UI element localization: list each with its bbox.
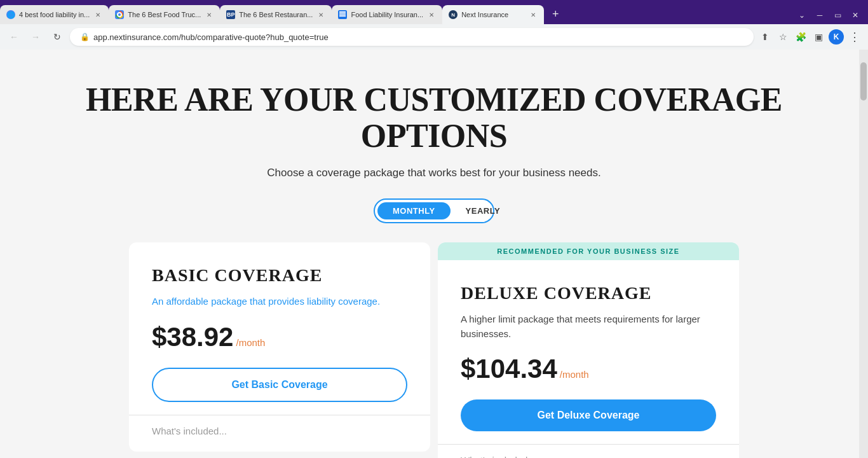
get-basic-coverage-button[interactable]: Get Basic Coverage [152, 368, 407, 402]
tab2-title: The 6 Best Food Truc... [128, 11, 201, 18]
new-tab-button[interactable]: + [546, 5, 564, 23]
share-icon[interactable]: ⬆ [757, 29, 773, 45]
address-field[interactable]: 🔒 app.nextinsurance.com/hub/comparative-… [70, 28, 754, 46]
basic-divider [129, 415, 430, 415]
tab4-title: Food Liability Insuran... [351, 11, 423, 18]
profile-avatar[interactable]: K [829, 29, 844, 45]
tab5-favicon: N [449, 10, 458, 19]
browser-chrome: 🌐 4 best food liability in... ✕ The 6 Be… [0, 0, 868, 50]
tab-3[interactable]: BP The 6 Best Restauran... ✕ [220, 5, 332, 24]
forward-button[interactable]: → [27, 28, 44, 46]
maximize-icon[interactable]: ▭ [830, 8, 845, 23]
basic-card-description: An affordable package that provides liab… [152, 295, 407, 309]
tab-5[interactable]: N Next Insurance ✕ [442, 5, 544, 24]
deluxe-price-period: /month [560, 369, 589, 380]
recommended-banner: RECOMMENDED FOR YOUR BUSINESS SIZE [438, 242, 739, 260]
tab2-favicon [115, 10, 124, 19]
svg-rect-4 [339, 15, 346, 17]
yearly-toggle-option[interactable]: YEARLY [451, 202, 516, 219]
basic-whats-included[interactable]: What's included... [152, 426, 407, 436]
basic-desc-plain: An affordable package that provides [152, 296, 307, 307]
basic-card-title: BASIC COVERAGE [152, 265, 407, 286]
window-actions: ⌄ ─ ▭ ✕ [794, 8, 868, 23]
deluxe-divider [438, 444, 739, 445]
page-title: HERE ARE YOUR CUSTOMIZED COVERAGE OPTION… [38, 81, 830, 154]
deluxe-card-description: A higher limit package that meets requir… [461, 312, 716, 341]
svg-rect-2 [339, 11, 346, 13]
split-view-icon[interactable]: ▣ [811, 29, 826, 45]
basic-desc-highlight: liability [307, 296, 336, 307]
svg-point-1 [118, 13, 121, 16]
address-actions: ⬆ ☆ 🧩 ▣ K ⋮ [757, 29, 863, 45]
scrollbar-thumb[interactable] [860, 62, 867, 101]
address-bar-row: ← → ↻ 🔒 app.nextinsurance.com/hub/compar… [0, 24, 868, 50]
bookmark-icon[interactable]: ☆ [775, 29, 790, 45]
tab-4[interactable]: Food Liability Insuran... ✕ [332, 5, 442, 24]
deluxe-whats-included[interactable]: What's included... [461, 455, 716, 458]
svg-rect-3 [339, 13, 346, 15]
browser-menu-icon[interactable]: ⋮ [846, 30, 863, 44]
deluxe-coverage-card: RECOMMENDED FOR YOUR BUSINESS SIZE DELUX… [438, 242, 739, 458]
tab1-favicon: 🌐 [6, 10, 15, 19]
lock-icon: 🔒 [80, 32, 90, 41]
tab-2[interactable]: The 6 Best Food Truc... ✕ [109, 5, 220, 24]
monthly-toggle-option[interactable]: MONTHLY [377, 202, 451, 219]
tab1-close-icon[interactable]: ✕ [93, 10, 102, 19]
basic-price-container: $38.92 /month [152, 322, 407, 352]
billing-toggle[interactable]: MONTHLY YEARLY [374, 198, 494, 223]
tab3-title: The 6 Best Restauran... [239, 11, 313, 18]
cards-container: BASIC COVERAGE An affordable package tha… [129, 242, 739, 458]
page-subtitle: Choose a coverage package that works bes… [267, 167, 600, 179]
deluxe-price-amount: $104.34 [461, 354, 557, 384]
tab2-close-icon[interactable]: ✕ [205, 10, 214, 19]
tab-bar: 🌐 4 best food liability in... ✕ The 6 Be… [0, 0, 868, 24]
minimize-icon[interactable]: ─ [812, 8, 827, 23]
basic-price-amount: $38.92 [152, 322, 233, 352]
tab4-close-icon[interactable]: ✕ [427, 10, 436, 19]
tab4-favicon [338, 10, 347, 19]
deluxe-card-title: DELUXE COVERAGE [461, 283, 716, 303]
page-content: HERE ARE YOUR CUSTOMIZED COVERAGE OPTION… [0, 50, 868, 458]
extensions-icon[interactable]: 🧩 [793, 29, 808, 45]
tab-1[interactable]: 🌐 4 best food liability in... ✕ [0, 5, 109, 24]
tab-list-icon[interactable]: ⌄ [794, 8, 810, 23]
tab5-close-icon[interactable]: ✕ [529, 10, 538, 19]
basic-desc-end: coverage. [336, 296, 380, 307]
close-window-icon[interactable]: ✕ [848, 8, 863, 23]
tab3-favicon: BP [226, 10, 235, 19]
url-text: app.nextinsurance.com/hub/comparative-qu… [93, 32, 329, 42]
page-scrollbar[interactable] [859, 50, 868, 458]
get-deluxe-coverage-button[interactable]: Get Deluxe Coverage [461, 399, 716, 431]
tab3-close-icon[interactable]: ✕ [316, 10, 325, 19]
reload-button[interactable]: ↻ [48, 28, 66, 46]
back-button[interactable]: ← [5, 28, 23, 46]
tab1-title: 4 best food liability in... [19, 11, 90, 18]
basic-price-period: /month [236, 337, 265, 348]
basic-coverage-card: BASIC COVERAGE An affordable package tha… [129, 242, 430, 452]
deluxe-price-container: $104.34 /month [461, 354, 716, 384]
tab5-title: Next Insurance [461, 11, 525, 18]
